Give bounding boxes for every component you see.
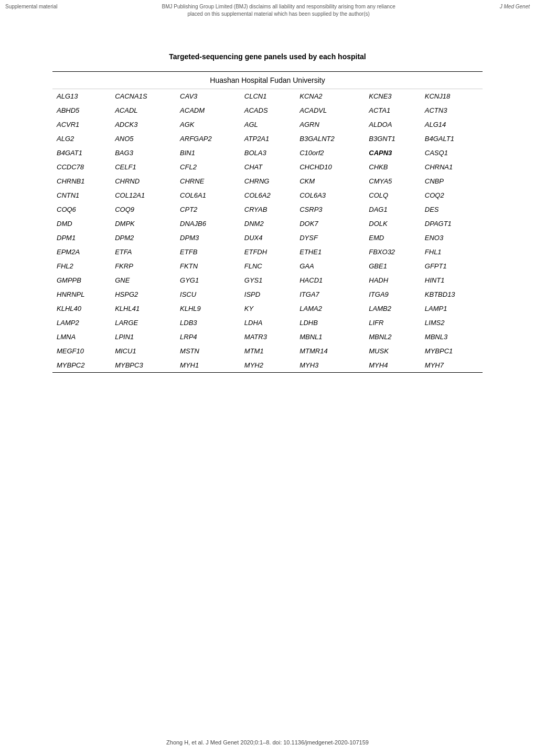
- table-row: ALG13CACNA1SCAV3CLCN1KCNA2KCNE3KCNJ18: [52, 89, 483, 104]
- gene-cell: CHRNE: [176, 174, 240, 188]
- gene-cell: HINT1: [421, 273, 483, 287]
- page-header: Supplemental material BMJ Publishing Gro…: [0, 0, 535, 21]
- gene-cell: GYG1: [176, 273, 240, 287]
- table-row: ABHD5ACADLACADMACADSACADVLACTA1ACTN3: [52, 103, 483, 117]
- gene-cell: ALDOA: [365, 117, 421, 132]
- gene-cell: ACADS: [240, 103, 295, 117]
- gene-cell: FHL2: [52, 259, 111, 273]
- gene-cell: MBNL2: [365, 330, 421, 344]
- gene-cell: ETFDH: [240, 245, 295, 259]
- gene-cell: AGL: [240, 117, 295, 132]
- gene-cell: GNE: [111, 273, 176, 287]
- gene-cell: B3GALNT2: [295, 132, 365, 146]
- gene-cell: MICU1: [111, 344, 176, 358]
- gene-cell: MTM1: [240, 344, 295, 358]
- gene-cell: BAG3: [111, 146, 176, 160]
- gene-cell: HNRNPL: [52, 287, 111, 301]
- header-left-text: Supplemental material: [5, 3, 58, 18]
- gene-cell: ACADM: [176, 103, 240, 117]
- gene-cell: DPM2: [111, 231, 176, 245]
- gene-cell: DAG1: [365, 202, 421, 217]
- gene-table: Huashan Hospital Fudan University ALG13C…: [52, 71, 483, 373]
- gene-cell: CMYA5: [365, 174, 421, 188]
- gene-cell: DOK7: [295, 217, 365, 231]
- gene-cell: ALG14: [421, 117, 483, 132]
- table-row: KLHL40KLHL41KLHL9KYLAMA2LAMB2LAMP1: [52, 301, 483, 316]
- gene-cell: ISCU: [176, 287, 240, 301]
- gene-cell: MYBPC3: [111, 358, 176, 373]
- gene-cell: MBNL1: [295, 330, 365, 344]
- gene-cell: CACNA1S: [111, 89, 176, 104]
- gene-cell: EMD: [365, 231, 421, 245]
- gene-cell: FLNC: [240, 259, 295, 273]
- gene-cell: B3GNT1: [365, 132, 421, 146]
- gene-cell: COQ9: [111, 202, 176, 217]
- gene-cell: MEGF10: [52, 344, 111, 358]
- gene-cell: COQ2: [421, 188, 483, 202]
- gene-cell: B4GALT1: [421, 132, 483, 146]
- table-row: DPM1DPM2DPM3DUX4DYSFEMDENO3: [52, 231, 483, 245]
- table-row: ALG2ANO5ARFGAP2ATP2A1B3GALNT2B3GNT1B4GAL…: [52, 132, 483, 146]
- gene-cell: CHRNB1: [52, 174, 111, 188]
- gene-cell: BIN1: [176, 146, 240, 160]
- footer: Zhong H, et al. J Med Genet 2020;0:1–8. …: [0, 739, 535, 746]
- gene-cell: ARFGAP2: [176, 132, 240, 146]
- gene-cell: HADH: [365, 273, 421, 287]
- gene-cell: CLCN1: [240, 89, 295, 104]
- gene-cell: FKTN: [176, 259, 240, 273]
- table-row: ACVR1ADCK3AGKAGLAGRNALDOAALG14: [52, 117, 483, 132]
- gene-cell: GBE1: [365, 259, 421, 273]
- table-row: CCDC78CELF1CFL2CHATCHCHD10CHKBCHRNA1: [52, 160, 483, 174]
- gene-cell: MUSK: [365, 344, 421, 358]
- gene-cell: LAMP1: [421, 301, 483, 316]
- gene-cell: KLHL9: [176, 301, 240, 316]
- gene-cell: ABHD5: [52, 103, 111, 117]
- gene-cell: C10orf2: [295, 146, 365, 160]
- gene-cell: KLHL41: [111, 301, 176, 316]
- gene-cell: CHRNG: [240, 174, 295, 188]
- gene-cell: ATP2A1: [240, 132, 295, 146]
- gene-cell: MYH2: [240, 358, 295, 373]
- table-row: LAMP2LARGELDB3LDHALDHBLIFRLIMS2: [52, 316, 483, 330]
- gene-cell: LIFR: [365, 316, 421, 330]
- gene-cell: LDB3: [176, 316, 240, 330]
- gene-cell: MSTN: [176, 344, 240, 358]
- gene-cell: COQ6: [52, 202, 111, 217]
- gene-cell: LIMS2: [421, 316, 483, 330]
- gene-cell: B4GAT1: [52, 146, 111, 160]
- gene-cell: DMPK: [111, 217, 176, 231]
- table-row: COQ6COQ9CPT2CRYABCSRP3DAG1DES: [52, 202, 483, 217]
- table-row: FHL2FKRPFKTNFLNCGAAGBE1GFPT1: [52, 259, 483, 273]
- gene-cell: ALG13: [52, 89, 111, 104]
- gene-cell: ACTN3: [421, 103, 483, 117]
- gene-cell: ENO3: [421, 231, 483, 245]
- gene-cell: LDHB: [295, 316, 365, 330]
- gene-cell: KY: [240, 301, 295, 316]
- gene-cell: ALG2: [52, 132, 111, 146]
- gene-cell: GYS1: [240, 273, 295, 287]
- gene-cell: CCDC78: [52, 160, 111, 174]
- gene-cell: LMNA: [52, 330, 111, 344]
- table-row: LMNALPIN1LRP4MATR3MBNL1MBNL2MBNL3: [52, 330, 483, 344]
- main-content: Targeted-sequencing gene panels used by …: [0, 21, 535, 415]
- gene-cell: KLHL40: [52, 301, 111, 316]
- gene-cell: COL6A3: [295, 188, 365, 202]
- gene-cell: LDHA: [240, 316, 295, 330]
- gene-cell: COL12A1: [111, 188, 176, 202]
- gene-cell: LAMP2: [52, 316, 111, 330]
- gene-cell: ISPD: [240, 287, 295, 301]
- table-row: MYBPC2MYBPC3MYH1MYH2MYH3MYH4MYH7: [52, 358, 483, 373]
- gene-cell: DYSF: [295, 231, 365, 245]
- gene-cell: LAMB2: [365, 301, 421, 316]
- gene-cell: CAPN3: [365, 146, 421, 160]
- gene-cell: MYH7: [421, 358, 483, 373]
- gene-cell: CFL2: [176, 160, 240, 174]
- gene-cell: LRP4: [176, 330, 240, 344]
- gene-cell: DPAGT1: [421, 217, 483, 231]
- gene-cell: DPM1: [52, 231, 111, 245]
- gene-cell: ANO5: [111, 132, 176, 146]
- gene-cell: MYBPC2: [52, 358, 111, 373]
- gene-cell: MYH4: [365, 358, 421, 373]
- table-row: HNRNPLHSPG2ISCUISPDITGA7ITGA9KBTBD13: [52, 287, 483, 301]
- gene-cell: EPM2A: [52, 245, 111, 259]
